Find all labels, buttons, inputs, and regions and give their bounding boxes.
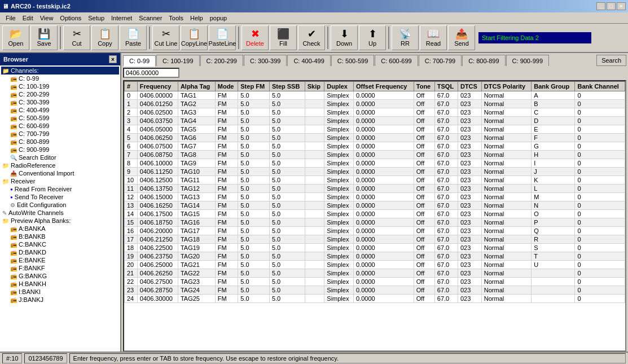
search-tab[interactable]: Search [596,55,626,66]
tab-c300-399[interactable]: C: 300-399 [244,55,287,66]
tree-item-radioreference[interactable]: 📁 RadioReference [1,161,119,169]
table-row[interactable]: 130406.16250TAG14FM5.05.0Simplex0.0000Of… [125,201,625,210]
table-row[interactable]: 190406.23750TAG20FM5.05.0Simplex0.0000Of… [125,252,625,261]
menu-setup[interactable]: Setup [85,14,108,23]
table-row[interactable]: 150406.18750TAG16FM5.05.0Simplex0.0000Of… [125,218,625,227]
tree-item-send-to-receiver[interactable]: ● Send To Receiver [1,193,119,201]
tree-item-c600-699[interactable]: 📻 C: 600-699 [1,122,119,130]
menu-internet[interactable]: Internet [108,14,135,23]
table-row[interactable]: 110406.13750TAG12FM5.05.0Simplex0.0000Of… [125,185,625,193]
table-row[interactable]: 90406.11250TAG10FM5.05.0Simplex0.0000Off… [125,168,625,176]
table-row[interactable]: 220406.27500TAG23FM5.05.0Simplex0.0000Of… [125,278,625,286]
tree-item-bankh[interactable]: 📻 H:BANKH [1,280,119,288]
tree-item-c900-999[interactable]: 📻 C: 900-999 [1,146,119,154]
tree-item-bankb[interactable]: 📻 B:BANKB [1,233,119,240]
col-header-tsql: TSQL [434,82,458,91]
fill-button[interactable]: ⬛ Fill [270,25,297,50]
tree-item-c700-799[interactable]: 📻 C: 700-799 [1,130,119,138]
table-row[interactable]: 80406.10000TAG9FM5.05.0Simplex0.0000Off6… [125,159,625,168]
copy-button[interactable]: 📋 Copy [91,25,118,50]
table-row[interactable]: 60406.07500TAG7FM5.05.0Simplex0.0000Off6… [125,142,625,151]
open-button[interactable]: 📂 Open [2,25,29,50]
table-row[interactable]: 200406.25000TAG21FM5.05.0Simplex0.0000Of… [125,261,625,269]
menu-tools[interactable]: Tools [165,14,187,23]
tree-item-receiver[interactable]: 📁 Receiver [1,177,119,185]
tree-item-search-editor[interactable]: 🔍 Search Editor [1,154,119,161]
tree-item-c0-99[interactable]: 📻 C: 0-99 [1,74,119,82]
up-button[interactable]: ⬆ Up [359,25,386,50]
cut-button[interactable]: ✂ Cut [63,25,90,50]
tree-item-edit-configuration[interactable]: ⚙ Edit Configuration [1,201,119,209]
table-wrapper[interactable]: # Frequency Alpha Tag Mode Step FM Step … [124,81,625,350]
tree-item-c200-299[interactable]: 📻 C: 200-299 [1,90,119,98]
table-row[interactable]: 210406.26250TAG22FM5.05.0Simplex0.0000Of… [125,269,625,278]
delete-button[interactable]: ✖ Delete [241,25,269,50]
menu-popup[interactable]: popup [207,14,231,23]
table-row[interactable]: 50406.06250TAG6FM5.05.0Simplex0.0000Off6… [125,134,625,142]
copyline-button[interactable]: 📋 CopyLine [181,25,208,50]
table-row[interactable]: 140406.17500TAG15FM5.05.0Simplex0.0000Of… [125,210,625,218]
tab-c400-499[interactable]: C: 400-499 [287,55,330,66]
tree-item-c800-899[interactable]: 📻 C: 800-899 [1,138,119,146]
menu-edit[interactable]: Edit [19,14,37,23]
rr-button[interactable]: 📡 RR [392,25,419,50]
tab-c900-999[interactable]: C: 900-999 [506,55,549,66]
table-row[interactable]: 100406.12500TAG11FM5.05.0Simplex0.0000Of… [125,176,625,185]
frequency-input[interactable] [123,68,179,78]
tree-item-banke[interactable]: 📻 E:BANKE [1,256,119,264]
menu-help[interactable]: Help [187,14,207,23]
cutline-button[interactable]: ✂ Cut Line [152,25,179,50]
tree-item-read-from-receiver[interactable]: ● Read From Receiver [1,185,119,193]
tab-c600-699[interactable]: C: 600-699 [375,55,418,66]
tree-item-c400-499[interactable]: 📻 C: 400-499 [1,106,119,114]
tree-item-bankc[interactable]: 📻 C:BANKC [1,240,119,248]
down-button[interactable]: ⬇ Down [331,25,358,50]
table-row[interactable]: 00406.00000TAG1FM5.05.0Simplex0.0000Off6… [125,91,625,100]
table-row[interactable]: 160406.20000TAG17FM5.05.0Simplex0.0000Of… [125,227,625,235]
maximize-button[interactable]: □ [607,2,616,10]
menu-file[interactable]: File [2,14,19,23]
pasteline-button[interactable]: 📄 PasteLine [209,25,236,50]
tree-item-channels[interactable]: 📁 Channels: [1,67,119,74]
browser-tree[interactable]: 📁 Channels: 📻 C: 0-99 📻 C: 100-199 📻 C: … [0,65,120,352]
tree-item-bankg[interactable]: 📻 G:BANKG [1,272,119,280]
tree-item-banki[interactable]: 📻 I:BANKI [1,288,119,296]
tree-item-c500-599[interactable]: 📻 C: 500-599 [1,114,119,122]
paste-button[interactable]: 📄 Paste [120,25,147,50]
menu-view[interactable]: View [37,14,57,23]
tree-item-conventional-import[interactable]: 📥 Conventional Import [1,169,119,177]
tree-item-c300-399[interactable]: 📻 C: 300-399 [1,98,119,106]
table-row[interactable]: 10406.01250TAG2FM5.05.0Simplex0.0000Off6… [125,100,625,108]
tab-c0-99[interactable]: C: 0-99 [123,55,156,67]
table-row[interactable]: 240406.30000TAG25FM5.05.0Simplex0.0000Of… [125,295,625,303]
table-row[interactable]: 170406.21250TAG18FM5.05.0Simplex0.0000Of… [125,235,625,244]
tree-item-bankf[interactable]: 📻 F:BANKF [1,264,119,272]
tree-item-preview-alpha[interactable]: 📁 Preview Alpha Banks: [1,217,119,225]
menu-scanner[interactable]: Scanner [135,14,165,23]
table-row[interactable]: 230406.28750TAG24FM5.05.0Simplex0.0000Of… [125,286,625,295]
tree-item-bankj[interactable]: 📻 J:BANKJ [1,296,119,304]
tab-c200-299[interactable]: C: 200-299 [200,55,243,66]
table-row[interactable]: 180406.22500TAG19FM5.05.0Simplex0.0000Of… [125,244,625,252]
table-row[interactable]: 20406.02500TAG3FM5.05.0Simplex0.0000Off6… [125,108,625,117]
table-row[interactable]: 120406.15000TAG13FM5.05.0Simplex0.0000Of… [125,193,625,201]
table-row[interactable]: 70406.08750TAG8FM5.05.0Simplex0.0000Off6… [125,151,625,159]
tab-c700-799[interactable]: C: 700-799 [419,55,462,66]
tree-item-banka[interactable]: 📻 A:BANKA [1,225,119,233]
tree-item-c100-199[interactable]: 📻 C: 100-199 [1,82,119,90]
close-button[interactable]: × [617,2,626,10]
tab-c100-199[interactable]: C: 100-199 [156,55,199,66]
tab-c800-899[interactable]: C: 800-899 [462,55,505,66]
table-row[interactable]: 30406.03750TAG4FM5.05.0Simplex0.0000Off6… [125,117,625,125]
tree-item-bankd[interactable]: 📻 D:BANKD [1,248,119,256]
check-button[interactable]: ✔ Check [298,25,325,50]
read-button[interactable]: 📖 Read [420,25,447,50]
send-button[interactable]: 📤 Send [448,25,475,50]
table-row[interactable]: 40406.05000TAG5FM5.05.0Simplex0.0000Off6… [125,125,625,134]
menu-options[interactable]: Options [56,14,85,23]
tab-c500-599[interactable]: C: 500-599 [331,55,374,66]
minimize-button[interactable]: _ [596,2,605,10]
tree-item-autowrite[interactable]: ✎ AutoWrite Channels [1,209,119,217]
save-button[interactable]: 💾 Save [30,25,58,50]
browser-close-button[interactable]: × [109,55,117,63]
